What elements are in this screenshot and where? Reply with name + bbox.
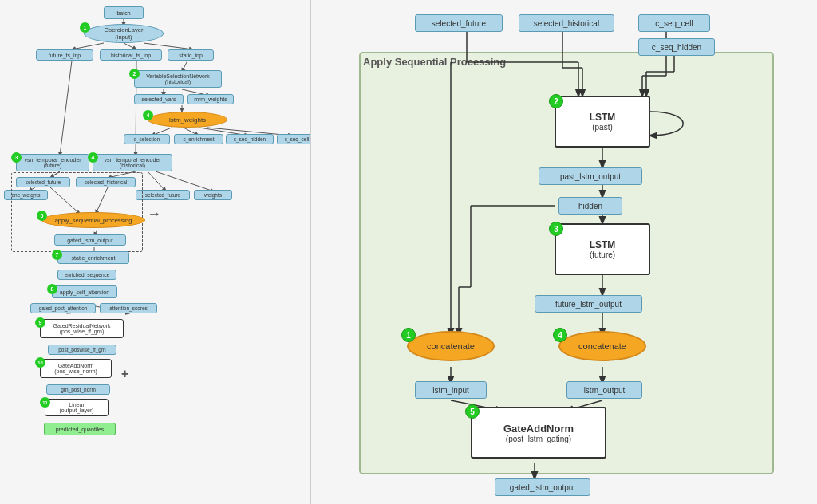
- node-c-seq-hidden-top: c_seq_hidden: [638, 38, 715, 56]
- svg-line-3: [144, 43, 193, 49]
- node-linear: Linear(output_layer): [45, 399, 109, 416]
- svg-line-2: [124, 43, 136, 49]
- node-future-lstm-output: future_lstm_output: [535, 295, 642, 313]
- node-static-enrich: static_enrichment: [57, 251, 129, 264]
- node-apply-seq: apply_sequential_processing: [41, 212, 145, 228]
- badge-4b: 4: [88, 152, 98, 163]
- svg-line-1: [72, 43, 104, 49]
- lstm-past-sublabel: (past): [592, 123, 613, 132]
- node-enriched-seq: enriched_sequence: [57, 270, 116, 280]
- node-weights2: weights: [194, 190, 232, 200]
- node-mrm-weights: mrm_weights: [187, 94, 234, 104]
- badge-2-right: 2: [549, 94, 563, 108]
- svg-line-18: [156, 171, 214, 191]
- left-panel: batch CoercionLayer(input) 1 future_ts_i…: [0, 0, 311, 504]
- node-lstm-past: LSTM (past): [555, 96, 650, 148]
- badge-2: 2: [129, 69, 140, 79]
- node-coercion-layer: CoercionLayer(input): [84, 24, 164, 43]
- node-gated-lstm-output-bottom: gated_lstm_output: [495, 478, 590, 496]
- node-grn-post-norm: grn_post_norm: [46, 384, 110, 395]
- right-panel: Apply Sequential Processing: [311, 0, 817, 504]
- node-sel-future-top: selected_future: [415, 14, 503, 32]
- node-c-enrichment: c_enrichment: [174, 134, 223, 144]
- badge-11: 11: [40, 397, 50, 408]
- node-attn-scores: attention_scores: [100, 303, 157, 313]
- badge-1-right: 1: [401, 328, 416, 342]
- gate-add-norm-sublabel: (post_lstm_gating): [506, 435, 571, 443]
- svg-line-17: [148, 171, 166, 191]
- node-gate-add-norm-right: GateAddNorm (post_lstm_gating): [471, 407, 606, 459]
- seq-processing-label: Apply Sequential Processing: [363, 56, 506, 68]
- node-lstm-future: LSTM (future): [555, 223, 650, 275]
- node-selected-vars: selected_vars: [134, 94, 184, 104]
- node-sel-future2: selected_future: [136, 190, 190, 200]
- badge-5-right: 5: [465, 404, 480, 419]
- node-historical-ts-inp: historical_ts_inp: [100, 49, 162, 61]
- node-c-selection: c_selection: [124, 134, 170, 144]
- badge-3: 3: [11, 152, 22, 163]
- node-c-seq-cell-top: c_seq_cell: [638, 14, 710, 32]
- right-container: Apply Sequential Processing: [319, 8, 809, 496]
- node-past-lstm-output: past_lstm_output: [539, 167, 642, 185]
- node-hidden: hidden: [558, 197, 622, 215]
- badge-5l: 5: [37, 211, 47, 221]
- node-post-poswise: post_poswise_ff_grn: [48, 345, 116, 355]
- node-vsn-future: vsn_temporal_encoder(future): [16, 154, 89, 171]
- svg-line-12: [60, 61, 72, 156]
- badge-7: 7: [52, 250, 62, 260]
- node-predicted-quantiles: predicted_quantiles: [44, 423, 116, 435]
- node-gate-add-norm-l: GateAddNorm(pos_wise_norm): [40, 359, 112, 378]
- lstm-future-label: LSTM: [590, 239, 616, 250]
- badge-4-right: 4: [553, 328, 567, 342]
- node-lstm-input: lstm_input: [415, 381, 487, 399]
- lstm-future-sublabel: (future): [590, 250, 615, 259]
- node-vsn-historical: VariableSelectionNetwork(historical): [134, 70, 222, 88]
- node-lstm-output: lstm_output: [566, 381, 642, 399]
- node-c-seq-hidden-l: c_seq_hidden: [226, 134, 274, 144]
- gate-add-norm-label: GateAddNorm: [503, 423, 574, 435]
- node-concat1: concatenate: [407, 331, 495, 361]
- badge-4: 4: [143, 110, 153, 120]
- expand-arrow: →: [147, 206, 161, 222]
- node-batch: batch: [104, 6, 144, 19]
- node-lstm-weights: lstm_weights: [148, 112, 227, 128]
- badge-9: 9: [35, 317, 45, 328]
- lstm-past-label: LSTM: [590, 112, 616, 123]
- node-future-ts-inp: future_ts_inp: [36, 49, 93, 61]
- node-gated-post-attn: gated_post_attention: [30, 303, 96, 313]
- badge-1: 1: [80, 22, 90, 33]
- node-grn-poswise: GatedResidualNetwork(pos_wise_ff_grn): [40, 319, 124, 338]
- node-static-inp: static_inp: [168, 49, 214, 61]
- node-gated-lstm-l: gated_lstm_output: [54, 234, 126, 246]
- node-vsn-hist-enc: vsn_temporal_encoder(historical): [93, 154, 172, 171]
- badge-10: 10: [35, 357, 45, 368]
- node-apply-self-attn: apply_self_attention: [52, 285, 117, 298]
- badge-3-right: 3: [549, 222, 563, 236]
- badge-8: 8: [47, 284, 57, 294]
- plus-icon: +: [121, 367, 128, 381]
- node-concat2: concatenate: [558, 331, 646, 361]
- node-sel-hist-top: selected_historical: [519, 14, 614, 32]
- node-c-seq-cell-l: c_seq_cell: [277, 134, 311, 144]
